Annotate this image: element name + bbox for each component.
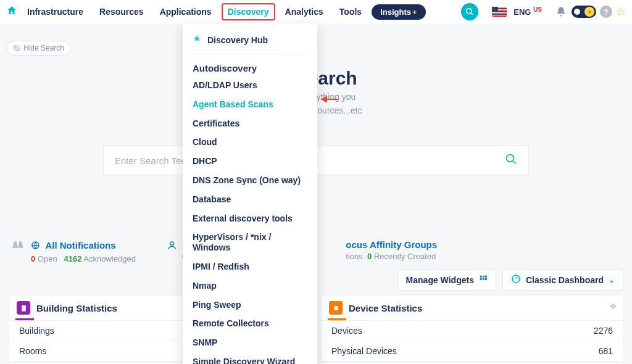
svg-line-4 <box>513 160 516 163</box>
table-row[interactable]: Devices2276 <box>322 320 623 341</box>
nav-applications[interactable]: Applications <box>154 3 218 20</box>
nav-resources[interactable]: Resources <box>93 3 150 20</box>
svg-rect-14 <box>334 306 338 310</box>
sun-icon: ☀ <box>584 7 594 17</box>
chip-icon <box>329 301 343 315</box>
theme-toggle[interactable]: ☀ <box>572 6 596 18</box>
globe-icon <box>31 240 40 253</box>
stat-notifications[interactable]: All Notifications 0 Open 4162 Acknowledg… <box>10 239 136 263</box>
dropdown-item[interactable]: SNMP <box>183 333 317 352</box>
user-icon <box>167 240 177 254</box>
star-icon[interactable]: ☆ <box>616 5 626 19</box>
move-icon[interactable]: ✥ <box>610 302 617 311</box>
classic-dashboard-button[interactable]: Classic Dashboard ⌄ <box>502 269 623 291</box>
svg-line-1 <box>471 13 473 15</box>
widget-device-statistics: Device Statistics ✥ Devices2276 Physical… <box>321 295 623 362</box>
grid-icon <box>479 275 488 285</box>
flag-icon <box>492 7 507 17</box>
table-row[interactable]: Physical Devices681 <box>322 341 623 361</box>
language-selector[interactable]: ENG US <box>514 6 542 17</box>
nav-tools[interactable]: Tools <box>333 3 368 20</box>
bells-icon <box>10 240 26 257</box>
stat-focus-groups[interactable]: ocus Affinity Groups tions 0 Recently Cr… <box>346 239 437 263</box>
dropdown-hub[interactable]: Discovery Hub <box>183 31 317 54</box>
nav-insights[interactable]: Insights+ <box>372 4 425 20</box>
global-search-icon[interactable] <box>461 3 478 20</box>
svg-rect-10 <box>480 278 482 280</box>
annotation-arrow <box>321 96 327 103</box>
dropdown-item[interactable]: DNS Zone Sync (One way) <box>183 171 317 190</box>
dropdown-item[interactable]: AD/LDAP Users <box>183 76 317 95</box>
dropdown-item[interactable]: Cloud <box>183 133 317 152</box>
nav-analytics[interactable]: Analytics <box>279 3 330 20</box>
discovery-dropdown: Discovery Hub Autodiscovery AD/LDAP User… <box>183 23 317 364</box>
svg-rect-7 <box>480 276 482 278</box>
gauge-icon <box>511 274 521 286</box>
dropdown-item[interactable]: Ping Sweep <box>183 296 317 315</box>
dropdown-item[interactable]: DHCP <box>183 152 317 171</box>
dropdown-item[interactable]: Nmap <box>183 276 317 296</box>
svg-point-0 <box>467 9 472 14</box>
svg-point-6 <box>170 242 174 246</box>
search-submit-icon[interactable] <box>505 153 517 168</box>
help-icon[interactable]: ? <box>600 6 612 18</box>
bell-icon[interactable] <box>554 5 568 19</box>
dropdown-section-header: Autodiscovery <box>183 59 317 76</box>
dropdown-item[interactable]: Simple Discovery Wizard <box>183 352 317 364</box>
dropdown-item[interactable]: HyperVisors / *nix / Windows <box>183 228 317 257</box>
manage-widgets-button[interactable]: Manage Widgets <box>397 269 496 291</box>
hide-search-button[interactable]: Hide Search <box>6 41 71 56</box>
nav-infrastructure[interactable]: Infrastructure <box>21 3 89 20</box>
nav-discovery[interactable]: Discovery <box>222 3 275 20</box>
svg-rect-11 <box>483 278 484 280</box>
chevron-down-icon: ⌄ <box>609 276 615 284</box>
building-icon <box>17 301 30 315</box>
dropdown-item[interactable]: IPMI / Redfish <box>183 257 317 276</box>
svg-rect-9 <box>485 276 487 278</box>
dropdown-item[interactable]: Remote Collectors <box>183 314 317 333</box>
hub-icon <box>193 35 201 45</box>
home-icon[interactable] <box>6 5 17 19</box>
dropdown-item[interactable]: External discovery tools <box>183 209 317 228</box>
svg-rect-8 <box>483 276 484 278</box>
top-nav: Infrastructure Resources Applications Di… <box>0 0 632 23</box>
svg-rect-12 <box>485 278 487 280</box>
dropdown-item[interactable]: Agent Based Scans <box>183 95 317 114</box>
widget-actions: Manage Widgets Classic Dashboard ⌄ <box>397 269 623 291</box>
dropdown-item[interactable]: Certificates <box>183 114 317 133</box>
svg-point-3 <box>507 154 514 162</box>
dropdown-item[interactable]: Database <box>183 190 317 209</box>
